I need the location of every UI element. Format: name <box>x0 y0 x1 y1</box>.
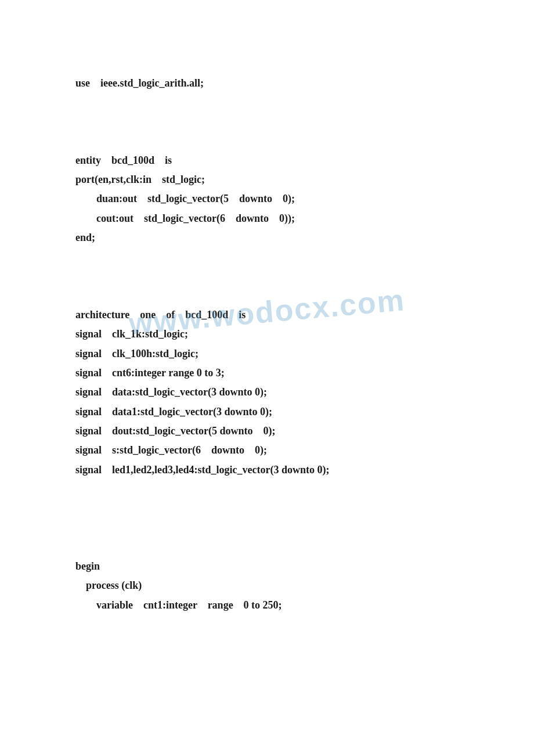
blank-line <box>75 93 499 112</box>
code-line-signal5: signal data1:std_logic_vector(3 downto 0… <box>75 402 499 422</box>
code-line-entity: entity bcd_100d is <box>75 151 499 170</box>
code-line-architecture: architecture one of bcd_100d is <box>75 305 499 325</box>
code-line-process: process (clk) <box>75 576 499 595</box>
blank-line <box>75 112 499 131</box>
code-line-cout: cout:out std_logic_vector(6 downto 0)); <box>75 209 499 228</box>
code-line-signal6: signal dout:std_logic_vector(5 downto 0)… <box>75 422 499 441</box>
code-line-signal2: signal clk_100h:std_logic; <box>75 344 499 363</box>
code-line-use: use ieee.std_logic_arith.all; <box>75 74 499 93</box>
blank-line <box>75 480 499 499</box>
page-content: www.wodocx.com use ieee.std_logic_arith.… <box>0 0 534 650</box>
blank-line <box>75 499 499 518</box>
blank-line <box>75 35 499 54</box>
blank-line <box>75 54 499 73</box>
code-line-signal1: signal clk_1k:std_logic; <box>75 325 499 344</box>
blank-line <box>75 131 499 150</box>
code-line-signal3: signal cnt6:integer range 0 to 3; <box>75 363 499 383</box>
code-line-duan: duan:out std_logic_vector(5 downto 0); <box>75 189 499 208</box>
blank-line <box>75 538 499 557</box>
code-line-end: end; <box>75 228 499 247</box>
code-line-port: port(en,rst,clk:in std_logic; <box>75 170 499 189</box>
blank-line <box>75 518 499 537</box>
blank-line <box>75 286 499 305</box>
code-block: use ieee.std_logic_arith.all; entity bcd… <box>75 35 499 615</box>
code-line-begin: begin <box>75 557 499 576</box>
code-line-signal7: signal s:std_logic_vector(6 downto 0); <box>75 441 499 460</box>
blank-line <box>75 247 499 267</box>
code-line-signal4: signal data:std_logic_vector(3 downto 0)… <box>75 383 499 402</box>
code-line-signal8: signal led1,led2,led3,led4:std_logic_vec… <box>75 460 499 480</box>
blank-line <box>75 267 499 286</box>
code-line-variable: variable cnt1:integer range 0 to 250; <box>75 596 499 615</box>
